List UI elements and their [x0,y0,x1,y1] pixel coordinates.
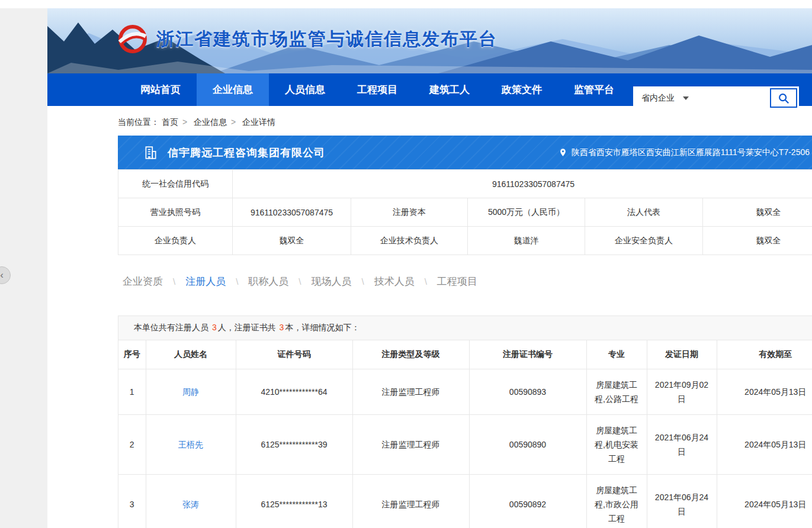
company-header: 信宇腾远工程咨询集团有限公司 陕西省西安市雁塔区西安曲江新区雁展路1111号莱安… [118,136,812,169]
search-button[interactable] [770,88,797,108]
cell-reg-type: 注册监理工程师 [352,415,469,475]
company-scope-select[interactable]: 省内企业 [633,86,770,110]
cell-reg-type: 注册监理工程师 [352,475,469,528]
cell-issue-date: 2021年06月24日 [647,475,717,528]
nav-item[interactable]: 政策文件 [486,73,558,106]
tab-link[interactable]: 注册人员 [181,271,230,292]
tab-separator: \ [425,276,427,286]
info-label: 统一社会信用代码 [118,170,233,198]
col-header-name: 人员姓名 [146,340,236,369]
nav-item[interactable]: 监管平台 [558,73,630,106]
tab-separator: \ [173,276,175,286]
personnel-table-header-row: 序号 人员姓名 证件号码 注册类型及等级 注册证书编号 专业 发证日期 有效期至 [118,340,812,369]
info-label: 企业技术负责人 [351,227,468,255]
person-name-link[interactable]: 王梧先 [178,440,203,449]
search-icon [777,92,790,105]
tab-link[interactable]: 职称人员 [243,271,293,292]
summary-prefix: 本单位共有注册人员 [134,323,211,332]
cell-no: 3 [118,475,146,528]
company-name: 信宇腾远工程咨询集团有限公司 [168,146,325,160]
tab-link[interactable]: 工程项目 [432,271,482,292]
breadcrumb: 当前位置： 首页> 企业信息> 企业详情> [47,106,812,136]
detail-tabs: 企业资质\ 注册人员\ 职称人员\ 现场人员\ 技术人员\ 工程项目\ [118,271,812,292]
info-value: 魏双全 [233,227,351,255]
cell-cert-no: 00590893 [469,369,586,415]
cell-cert-no: 00590890 [469,415,586,475]
page: 浙江省建筑市场监管与诚信信息发布平台 网站首页 企业信息 人员信息 工程项目 建… [47,8,812,528]
tab-link[interactable]: 现场人员 [307,271,357,292]
nav-item[interactable]: 工程项目 [341,73,413,106]
breadcrumb-item: 企业信息> [194,117,240,127]
breadcrumb-link[interactable]: 首页 [162,117,178,127]
info-label: 企业负责人 [118,227,233,255]
cell-id-number: 6125************39 [236,415,352,475]
cell-valid-until: 2024年05月13日 [717,415,812,475]
cell-issue-date: 2021年09月02日 [647,369,717,415]
cell-no: 2 [118,415,146,475]
people-count: 3 [211,323,218,332]
back-arrow-icon: ‹ [0,269,4,281]
tab: 现场人员\ [307,271,370,292]
cert-count: 3 [278,323,285,332]
tab-separator: \ [362,276,364,286]
info-label: 企业安全负责人 [585,227,703,255]
tab-separator: \ [236,276,238,286]
site-banner: 浙江省建筑市场监管与诚信信息发布平台 [47,8,812,73]
tab: 工程项目\ [432,271,482,292]
cell-valid-until: 2024年05月13日 [717,369,812,415]
tab: 职称人员\ [243,271,306,292]
breadcrumb-separator: > [182,117,187,127]
info-value: 916110233057087475 [233,198,351,227]
personnel-row: 3 张涛 6125************13 注册监理工程师 00590892… [118,475,812,528]
info-label: 法人代表 [585,198,703,227]
cell-reg-type: 注册监理工程师 [352,369,469,415]
col-header-issue: 发证日期 [647,340,717,369]
site-title: 浙江省建筑市场监管与诚信信息发布平台 [156,27,498,51]
company-scope-value: 省内企业 [641,93,675,104]
nav-item[interactable]: 建筑工人 [413,73,486,106]
breadcrumb-item: 企业详情> [242,117,275,127]
info-value: 916110233057087475 [233,170,812,198]
col-header-type: 注册类型及等级 [352,340,469,369]
info-value: 5000万元（人民币） [468,198,585,227]
cell-id-number: 4210************64 [236,369,352,415]
site-logo-icon [117,24,148,54]
tab: 注册人员\ [181,271,243,292]
personnel-table: 序号 人员姓名 证件号码 注册类型及等级 注册证书编号 专业 发证日期 有效期至… [118,340,812,528]
breadcrumb-label: 当前位置： [118,117,159,127]
building-icon [143,145,158,160]
info-value: 魏双全 [703,198,812,227]
cell-valid-until: 2024年05月13日 [717,475,812,528]
tab-link[interactable]: 技术人员 [370,271,419,292]
chevron-down-icon [683,96,689,100]
cell-issue-date: 2021年06月24日 [647,415,717,475]
personnel-row: 2 王梧先 6125************39 注册监理工程师 0059089… [118,415,812,475]
col-header-cert: 注册证书编号 [469,340,586,369]
breadcrumb-link[interactable]: 企业信息 [194,117,227,127]
col-header-no: 序号 [118,340,146,369]
registered-personnel-panel: 本单位共有注册人员 3人，注册证书共 3本，详细情况如下： 序号 人员姓名 证件… [118,315,812,528]
nav-item[interactable]: 企业信息 [197,73,269,106]
company-address-text: 陕西省西安市雁塔区西安曲江新区雁展路1111号莱安中心T7-2506 [572,147,810,158]
person-name-link[interactable]: 张涛 [182,500,199,509]
summary-mid: 人，注册证书共 [218,323,278,332]
personnel-row: 1 周静 4210************64 注册监理工程师 00590893… [118,369,812,415]
breadcrumb-item: 首页> [162,117,191,127]
nav-item[interactable]: 人员信息 [269,73,341,106]
info-row: 企业负责人 魏双全 企业技术负责人 魏道洋 企业安全负责人 魏双全 [118,227,812,255]
person-name-link[interactable]: 周静 [182,387,199,397]
info-row-credit: 统一社会信用代码 916110233057087475 [118,170,812,198]
cell-no: 1 [118,369,146,415]
nav-search-box: 省内企业 [633,86,799,110]
nav-item[interactable]: 网站首页 [124,73,197,106]
location-pin-icon [559,147,567,157]
info-value: 魏道洋 [468,227,585,255]
breadcrumb-link[interactable]: 企业详情 [242,117,275,127]
tab-link[interactable]: 企业资质 [118,271,168,292]
cell-cert-no: 00590892 [469,475,586,528]
cell-major: 房屋建筑工程,机电安装工程 [586,415,647,475]
info-label: 注册资本 [351,198,468,227]
info-row: 营业执照号码 916110233057087475 注册资本 5000万元（人民… [118,198,812,227]
cell-major: 房屋建筑工程,市政公用工程 [586,475,647,528]
info-label: 营业执照号码 [118,198,233,227]
